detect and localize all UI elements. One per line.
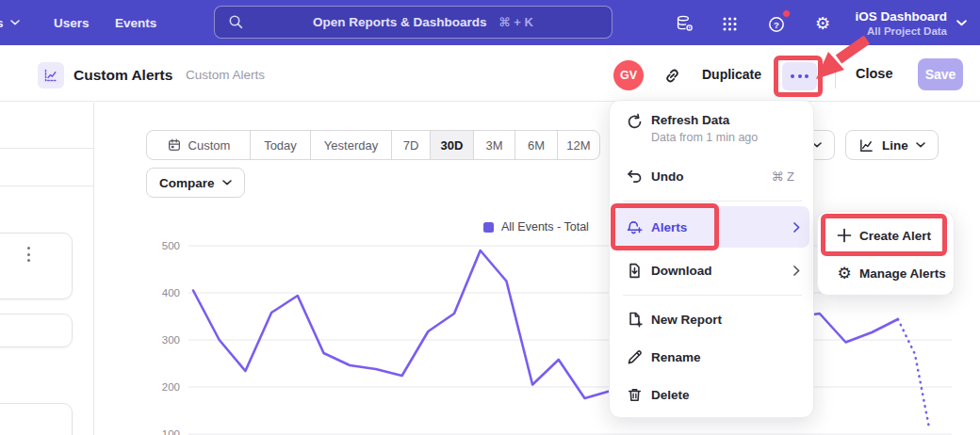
menu-item-download[interactable]: Download — [610, 251, 815, 289]
chevron-right-icon — [793, 266, 800, 276]
apps-grid-icon[interactable] — [718, 12, 741, 35]
new-report-icon — [625, 310, 644, 329]
settings-gear-icon[interactable]: ⚙ — [811, 12, 834, 35]
plus-icon — [835, 226, 854, 245]
header-divider — [835, 60, 836, 89]
date-range-custom[interactable]: Custom — [147, 131, 251, 159]
svg-text:300: 300 — [162, 334, 180, 346]
date-range-today[interactable]: Today — [251, 131, 311, 159]
nav-item-truncated[interactable]: s — [0, 0, 20, 45]
ellipsis-icon — [791, 74, 794, 78]
app-window: s Users Events Open Reports & Dashboards… — [0, 0, 980, 435]
date-range-selector: Custom Today Yesterday 7D 30D 3M 6M 12M — [146, 130, 600, 160]
chevron-down-icon — [222, 180, 232, 185]
submenu-item-manage-alerts[interactable]: ⚙ Manage Alerts — [818, 253, 956, 293]
pencil-icon — [625, 347, 644, 366]
report-type-icon — [38, 62, 64, 89]
date-range-12m[interactable]: 12M — [558, 131, 599, 159]
project-name: iOS Dashboard — [855, 8, 947, 24]
date-range-7d[interactable]: 7D — [392, 131, 431, 159]
user-avatar[interactable]: GV — [613, 60, 644, 90]
menu-item-delete[interactable]: Delete — [610, 376, 815, 413]
query-card[interactable] — [0, 233, 73, 299]
svg-text:500: 500 — [162, 240, 180, 251]
more-options-menu: Refresh Data Data from 1 min ago Undo ⌘ … — [609, 100, 814, 418]
copy-link-icon[interactable] — [661, 64, 683, 87]
trash-icon — [625, 385, 644, 404]
save-button[interactable]: Save — [918, 58, 963, 90]
project-switcher[interactable]: iOS Dashboard All Project Data — [855, 6, 967, 40]
menu-item-refresh-data[interactable]: Refresh Data Data from 1 min ago — [610, 106, 815, 152]
date-range-6m[interactable]: 6M — [515, 131, 558, 159]
sidebar-divider — [0, 185, 93, 186]
menu-item-rename[interactable]: Rename — [610, 338, 815, 376]
line-chart-icon — [858, 137, 874, 153]
chart-type-dropdown[interactable]: Line — [845, 130, 939, 160]
more-options-button[interactable] — [782, 62, 817, 90]
date-range-yesterday[interactable]: Yesterday — [311, 131, 392, 159]
refresh-icon — [625, 112, 644, 131]
chevron-down-icon — [10, 20, 20, 25]
search-icon — [228, 14, 244, 30]
search-shortcut: ⌘ + K — [499, 15, 533, 29]
menu-divider — [623, 201, 802, 201]
download-icon — [625, 261, 644, 280]
menu-divider — [623, 295, 802, 296]
gear-icon: ⚙ — [835, 264, 854, 282]
search-placeholder: Open Reports & Dashboards — [313, 15, 487, 29]
query-card[interactable] — [0, 314, 73, 347]
page-title: Custom Alerts — [74, 67, 172, 84]
date-range-30d-selected[interactable]: 30D — [431, 131, 474, 159]
chevron-down-icon — [956, 20, 967, 26]
nav-item-users-label: Users — [54, 16, 90, 30]
nav-item-users[interactable]: Users — [54, 0, 90, 45]
date-range-3m[interactable]: 3M — [474, 131, 515, 159]
svg-text:400: 400 — [162, 287, 180, 298]
undo-icon — [625, 167, 644, 185]
query-card[interactable] — [0, 403, 73, 435]
calendar-icon — [167, 137, 182, 153]
project-scope: All Project Data — [855, 24, 947, 38]
alerts-submenu: Create Alert ⚙ Manage Alerts — [817, 211, 955, 296]
kebab-menu-icon[interactable] — [27, 247, 30, 262]
nav-item-events-label: Events — [115, 16, 156, 30]
notification-dot — [782, 9, 791, 18]
chevron-down-icon — [916, 142, 925, 148]
compare-dropdown[interactable]: Compare — [146, 168, 245, 198]
nav-item-events[interactable]: Events — [115, 0, 156, 45]
svg-text:200: 200 — [162, 381, 180, 393]
submenu-item-create-alert[interactable]: Create Alert — [818, 216, 956, 255]
svg-text:100: 100 — [162, 428, 180, 435]
global-search-input[interactable]: Open Reports & Dashboards ⌘ + K — [214, 6, 612, 39]
report-header: Custom Alerts Custom Alerts GV Duplicate… — [0, 45, 980, 102]
menu-item-undo[interactable]: Undo ⌘ Z — [610, 157, 815, 195]
undo-shortcut: ⌘ Z — [771, 169, 794, 184]
duplicate-button[interactable]: Duplicate — [702, 67, 761, 82]
data-settings-icon[interactable] — [673, 12, 695, 35]
top-navbar: s Users Events Open Reports & Dashboards… — [0, 0, 980, 45]
nav-item-truncated-label: s — [0, 16, 4, 30]
query-builder-sidebar — [0, 103, 94, 435]
menu-item-alerts[interactable]: Alerts — [610, 206, 815, 248]
sidebar-divider — [0, 148, 93, 149]
breadcrumb: Custom Alerts — [186, 68, 265, 82]
alert-bell-plus-icon — [625, 218, 644, 236]
close-button[interactable]: Close — [856, 66, 893, 81]
svg-text:?: ? — [774, 19, 779, 29]
help-icon[interactable]: ? — [765, 12, 788, 35]
refresh-subtitle: Data from 1 min ago — [651, 131, 758, 144]
menu-item-new-report[interactable]: New Report — [610, 300, 815, 338]
project-info: iOS Dashboard All Project Data — [855, 8, 947, 38]
chevron-right-icon — [793, 222, 800, 233]
